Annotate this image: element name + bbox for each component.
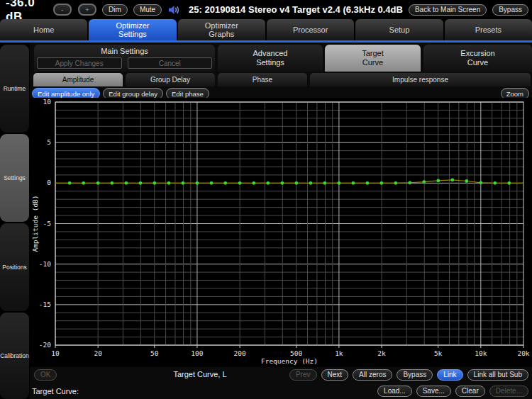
- target-curve-chart[interactable]: 1020501002005001k2k5k10k20k1050-5-10-15-…: [30, 98, 532, 367]
- channel-label: Target Curve, L: [143, 368, 257, 381]
- svg-text:2k: 2k: [377, 349, 386, 357]
- svg-text:10: 10: [43, 98, 52, 106]
- tab-presets[interactable]: Presets: [445, 19, 532, 40]
- svg-text:200: 200: [234, 349, 246, 357]
- sidebar-item-calibration[interactable]: Calibration: [0, 313, 29, 399]
- tab-optimizer-graphs[interactable]: Optimizer Graphs: [178, 19, 265, 40]
- sidebar: Runtime Settings Positions Calibration: [0, 43, 30, 399]
- tab-advanced-settings[interactable]: Advanced Settings: [218, 45, 323, 72]
- tab-processor[interactable]: Processor: [267, 19, 354, 40]
- tab-excursion-curve[interactable]: Excursion Curve: [423, 45, 532, 72]
- dim-button[interactable]: Dim: [102, 4, 128, 16]
- svg-text:10: 10: [51, 349, 60, 357]
- tab-group-delay[interactable]: Group Delay: [126, 73, 215, 86]
- speaker-icon: [168, 5, 180, 15]
- svg-text:1k: 1k: [335, 349, 343, 357]
- link-all-but-sub-button[interactable]: Link all but Sub: [467, 369, 528, 381]
- tab-setup[interactable]: Setup: [355, 19, 443, 40]
- curve-actions-row: OK Target Curve, L Prev Next All zeros B…: [30, 368, 532, 381]
- back-to-main-screen-button[interactable]: Back to Main Screen: [409, 4, 487, 16]
- tab-optimizer-settings[interactable]: Optimizer Settings: [89, 19, 176, 40]
- svg-text:5: 5: [47, 138, 51, 146]
- link-button[interactable]: Link: [437, 369, 462, 381]
- prev-button[interactable]: Prev: [289, 369, 317, 381]
- mute-button[interactable]: Mute: [133, 4, 162, 16]
- target-curve-file-label: Target Curve:: [32, 387, 79, 395]
- svg-text:Amplitude (dB): Amplitude (dB): [31, 195, 39, 252]
- delete-button[interactable]: Delete...: [489, 386, 528, 397]
- bypass-curve-button[interactable]: Bypass: [397, 369, 433, 381]
- top-bar: -36.0 dB - + Dim Mute 25: 20190814 Stere…: [0, 0, 532, 19]
- tab-amplitude[interactable]: Amplitude: [33, 73, 123, 86]
- svg-text:100: 100: [191, 349, 203, 357]
- tab-impulse-response[interactable]: Impulse response: [310, 73, 531, 86]
- sidebar-item-runtime[interactable]: Runtime: [0, 45, 29, 133]
- tab-target-curve[interactable]: Target Curve: [325, 45, 421, 72]
- tab-phase[interactable]: Phase: [218, 73, 307, 86]
- next-button[interactable]: Next: [321, 369, 349, 381]
- load-button[interactable]: Load...: [377, 386, 412, 397]
- main-settings-label: Main Settings: [34, 45, 215, 55]
- main-nav-tabs: Home Optimizer Settings Optimizer Graphs…: [0, 19, 532, 40]
- bypass-button-top[interactable]: Bypass: [492, 4, 528, 16]
- svg-text:5k: 5k: [434, 349, 443, 357]
- svg-text:500: 500: [290, 349, 302, 357]
- tab-home[interactable]: Home: [0, 19, 87, 40]
- svg-text:20: 20: [94, 349, 102, 357]
- volume-up-button[interactable]: +: [78, 4, 96, 16]
- ok-button[interactable]: OK: [34, 369, 57, 381]
- svg-text:50: 50: [150, 349, 159, 357]
- svg-text:Frequency (Hz): Frequency (Hz): [261, 357, 318, 365]
- clear-button[interactable]: Clear: [455, 386, 485, 397]
- svg-text:0: 0: [47, 179, 51, 186]
- save-button[interactable]: Save...: [416, 386, 451, 397]
- edit-mode-row: Edit amplitude only Edit group delay Edi…: [32, 88, 209, 99]
- volume-down-button[interactable]: -: [53, 4, 72, 16]
- sidebar-item-positions[interactable]: Positions: [0, 223, 29, 311]
- preset-title: 25: 20190814 Stereo v4 Target v2.4 (6.3k…: [189, 4, 403, 15]
- sidebar-item-settings[interactable]: Settings: [0, 134, 29, 222]
- svg-text:20k: 20k: [517, 349, 529, 357]
- main-settings-group: Main Settings Apply Changes Cancel: [34, 45, 215, 72]
- main-panel: Main Settings Apply Changes Cancel Advan…: [30, 43, 532, 399]
- svg-text:-5: -5: [43, 220, 51, 227]
- svg-text:10k: 10k: [475, 349, 487, 357]
- file-actions-row: Target Curve: Load... Save... Clear Dele…: [30, 384, 532, 398]
- apply-changes-button[interactable]: Apply Changes: [37, 57, 122, 69]
- svg-text:-20: -20: [39, 341, 51, 349]
- all-zeros-button[interactable]: All zeros: [353, 369, 392, 381]
- svg-text:-10: -10: [39, 260, 51, 268]
- svg-text:-15: -15: [39, 300, 51, 308]
- cancel-button[interactable]: Cancel: [128, 57, 213, 69]
